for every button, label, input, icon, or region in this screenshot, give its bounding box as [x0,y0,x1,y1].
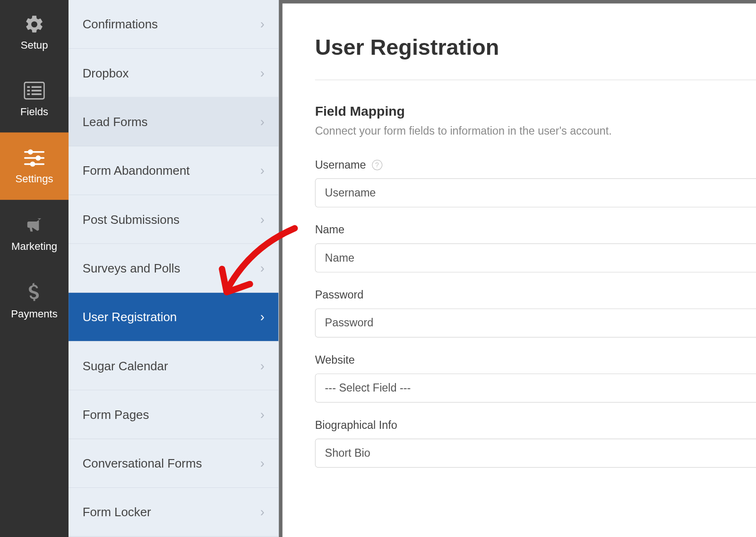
iconbar-item-label: Payments [11,307,57,320]
field-label: Password [315,289,756,301]
field-mapping-name: Name Name [315,224,756,273]
field-mapping-website: Website --- Select Field --- [315,354,756,402]
field-mapping-username: Username ? Username [315,159,756,207]
settings-item-label: Lead Forms [83,115,148,129]
field-label-text: Password [315,289,364,301]
settings-item-form-abandonment[interactable]: Form Abandonment› [69,146,278,195]
chevron-right-icon: › [260,504,265,520]
sliders-icon [24,147,44,168]
content-wrap: User Registration Field Mapping Connect … [279,0,756,537]
list-icon [24,80,44,101]
chevron-right-icon: › [260,456,265,471]
settings-item-label: Surveys and Polls [83,261,180,275]
settings-item-label: Form Locker [83,505,151,519]
select-value: --- Select Field --- [325,382,411,394]
settings-item-form-pages[interactable]: Form Pages› [69,391,278,439]
settings-item-post-submissions[interactable]: Post Submissions› [69,195,278,244]
settings-item-label: Post Submissions [83,213,180,227]
iconbar-item-marketing[interactable]: Marketing [0,200,69,267]
chevron-right-icon: › [260,309,265,324]
iconbar-item-setup[interactable]: Setup [0,0,69,65]
settings-item-user-registration[interactable]: User Registration› [69,293,278,341]
svg-rect-5 [27,93,30,94]
svg-point-10 [36,156,40,159]
field-label: Username ? [315,159,756,171]
select-value: Username [325,187,376,199]
settings-item-label: Dropbox [83,66,129,80]
bullhorn-icon [24,214,44,235]
iconbar-item-label: Fields [20,105,48,118]
svg-rect-4 [32,90,42,91]
field-label-text: Biographical Info [315,419,397,432]
iconbar-item-settings[interactable]: Settings [0,132,69,200]
settings-item-dropbox[interactable]: Dropbox› [69,49,278,97]
field-label: Biographical Info [315,419,756,432]
chevron-right-icon: › [260,163,265,178]
svg-rect-2 [32,86,42,87]
settings-item-label: Confirmations [83,17,158,31]
iconbar-item-fields[interactable]: Fields [0,65,69,133]
website-select[interactable]: --- Select Field --- [315,374,756,403]
iconbar-item-payments[interactable]: Payments [0,267,69,335]
field-label-text: Website [315,354,355,367]
svg-point-12 [31,162,34,165]
page-title: User Registration [315,35,756,60]
username-select[interactable]: Username [315,179,756,208]
settings-list: Confirmations› Dropbox› Lead Forms› Form… [69,0,279,537]
iconbar: Setup Fields Settings Marketing Payments [0,0,69,537]
chevron-right-icon: › [260,407,265,422]
settings-item-conversational-forms[interactable]: Conversational Forms› [69,439,278,488]
field-label-text: Username [315,159,366,171]
settings-item-sugar-calendar[interactable]: Sugar Calendar› [69,341,278,390]
gear-icon [24,14,44,34]
bio-select[interactable]: Short Bio [315,439,756,468]
settings-item-surveys-and-polls[interactable]: Surveys and Polls› [69,244,278,293]
settings-item-label: Form Pages [83,408,149,422]
section-description: Connect your form fields to information … [315,125,756,137]
field-label: Website [315,354,756,367]
iconbar-item-label: Setup [21,39,48,51]
settings-item-label: Sugar Calendar [83,359,168,373]
help-icon[interactable]: ? [372,160,382,170]
settings-item-label: Conversational Forms [83,456,202,470]
field-label-text: Name [315,224,344,237]
chevron-right-icon: › [260,114,265,129]
chevron-right-icon: › [260,261,265,276]
chevron-right-icon: › [260,212,265,227]
section-title: Field Mapping [315,103,756,119]
svg-rect-6 [32,93,42,94]
select-value: Name [325,252,354,264]
content-panel: User Registration Field Mapping Connect … [283,3,756,537]
settings-item-label: User Registration [83,310,177,324]
divider [315,80,756,80]
svg-rect-3 [27,90,30,91]
settings-item-confirmations[interactable]: Confirmations› [69,0,278,49]
chevron-right-icon: › [260,17,265,32]
chevron-right-icon: › [260,358,265,373]
settings-item-form-locker[interactable]: Form Locker› [69,488,278,537]
settings-item-lead-forms[interactable]: Lead Forms› [69,98,278,146]
iconbar-item-label: Marketing [11,240,57,253]
iconbar-item-label: Settings [16,173,53,185]
field-mapping-password: Password Password [315,289,756,337]
password-select[interactable]: Password [315,308,756,338]
name-select[interactable]: Name [315,243,756,273]
dollar-icon [24,282,44,303]
settings-item-label: Form Abandonment [83,163,190,178]
svg-rect-1 [27,86,30,87]
field-mapping-bio: Biographical Info Short Bio [315,419,756,468]
chevron-right-icon: › [260,65,265,80]
svg-point-8 [29,150,32,153]
select-value: Password [325,316,374,329]
select-value: Short Bio [325,447,370,460]
field-label: Name [315,224,756,237]
